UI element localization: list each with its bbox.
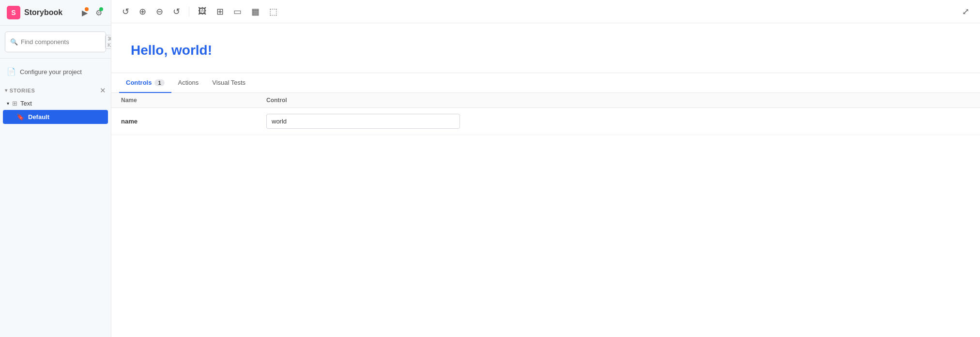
toolbar-left: ↺ ⊕ ⊖ ↺ 🖼 ⊞ ▭ ▦ ⬚ — [119, 4, 280, 19]
sidebar-nav: 📄 Configure your project ▾ STORIES ✕ ▾ ⊞… — [0, 59, 111, 337]
control-name-input[interactable] — [266, 114, 460, 129]
toolbar-right: ⤢ — [959, 4, 972, 19]
main-panel: ↺ ⊕ ⊖ ↺ 🖼 ⊞ ▭ ▦ ⬚ ⤢ Hello, world! Contro… — [111, 0, 980, 337]
sidebar: S Storybook ▶ ⚙ 🔍 ⌘ K 📄 Configure your p… — [0, 0, 111, 337]
preview-heading: Hello, world! — [131, 43, 961, 58]
preview-area: Hello, world! Controls 1 Actions Visual … — [111, 23, 980, 337]
configure-label: Configure your project — [20, 68, 82, 76]
name-column-header: Name — [121, 97, 266, 104]
configure-project-item[interactable]: 📄 Configure your project — [0, 63, 111, 80]
control-name-label: name — [121, 118, 266, 125]
logo-area: S Storybook — [7, 6, 62, 19]
search-area: 🔍 ⌘ K — [0, 26, 111, 59]
zoom-out-button[interactable]: ⊖ — [153, 4, 166, 19]
storybook-logo-icon: S — [7, 6, 20, 19]
tab-visual-tests[interactable]: Visual Tests — [205, 73, 252, 93]
configure-icon: 📄 — [7, 67, 16, 76]
search-shortcut: ⌘ K — [105, 35, 111, 49]
settings-button[interactable]: ⚙ — [93, 6, 104, 19]
search-input[interactable] — [21, 38, 102, 46]
outline-view-button[interactable]: ⬚ — [266, 4, 280, 19]
stories-section-title[interactable]: ▾ STORIES — [5, 88, 35, 93]
toolbar-separator-1 — [189, 7, 189, 16]
story-preview: Hello, world! — [111, 23, 980, 73]
bookmark-icon: 🔖 — [16, 113, 24, 121]
tab-actions[interactable]: Actions — [171, 73, 206, 93]
close-stories-button[interactable]: ✕ — [100, 87, 106, 94]
default-story-item[interactable]: 🔖 Default — [3, 110, 108, 124]
text-story-group: ▾ ⊞ Text 🔖 Default — [0, 96, 111, 125]
fullscreen-button[interactable]: ⤢ — [959, 4, 972, 19]
grid-view-button[interactable]: ⊞ — [214, 4, 227, 19]
reset-zoom-button[interactable]: ↺ — [170, 4, 183, 19]
compare-view-button[interactable]: ▦ — [248, 4, 262, 19]
text-group-header[interactable]: ▾ ⊞ Text — [0, 97, 111, 110]
section-header: ▾ STORIES ✕ — [0, 85, 111, 96]
header-icons: ▶ ⚙ — [80, 6, 104, 19]
image-view-button[interactable]: 🖼 — [195, 4, 210, 18]
controls-tab-label: Controls — [126, 79, 152, 86]
default-story-label: Default — [28, 113, 49, 121]
storybook-title: Storybook — [24, 8, 62, 17]
single-view-button[interactable]: ▭ — [230, 4, 245, 19]
search-input-wrap: 🔍 ⌘ K — [5, 31, 106, 52]
chevron-down-icon: ▾ — [7, 101, 9, 106]
reload-button[interactable]: ↺ — [119, 4, 132, 19]
play-button[interactable]: ▶ — [80, 6, 90, 19]
component-grid-icon: ⊞ — [12, 100, 17, 107]
tabs-bar: Controls 1 Actions Visual Tests — [111, 73, 980, 93]
tab-controls[interactable]: Controls 1 — [119, 73, 171, 93]
controls-tab-badge: 1 — [154, 79, 164, 86]
chevron-down-icon: ▾ — [5, 88, 8, 93]
zoom-in-button[interactable]: ⊕ — [136, 4, 149, 19]
controls-table-header: Name Control — [111, 93, 980, 108]
addons-panel: Controls 1 Actions Visual Tests Name Con… — [111, 73, 980, 337]
controls-table: Name Control name — [111, 93, 980, 337]
play-badge — [85, 7, 89, 11]
control-column-header: Control — [266, 97, 970, 104]
text-group-label: Text — [20, 100, 32, 107]
sidebar-header: S Storybook ▶ ⚙ — [0, 0, 111, 26]
visual-tests-tab-label: Visual Tests — [212, 79, 245, 86]
toolbar: ↺ ⊕ ⊖ ↺ 🖼 ⊞ ▭ ▦ ⬚ ⤢ — [111, 0, 980, 23]
table-row: name — [111, 108, 980, 135]
search-icon: 🔍 — [10, 38, 18, 46]
settings-badge — [99, 7, 103, 11]
stories-section: ▾ STORIES ✕ ▾ ⊞ Text 🔖 Default — [0, 85, 111, 125]
actions-tab-label: Actions — [178, 79, 199, 86]
